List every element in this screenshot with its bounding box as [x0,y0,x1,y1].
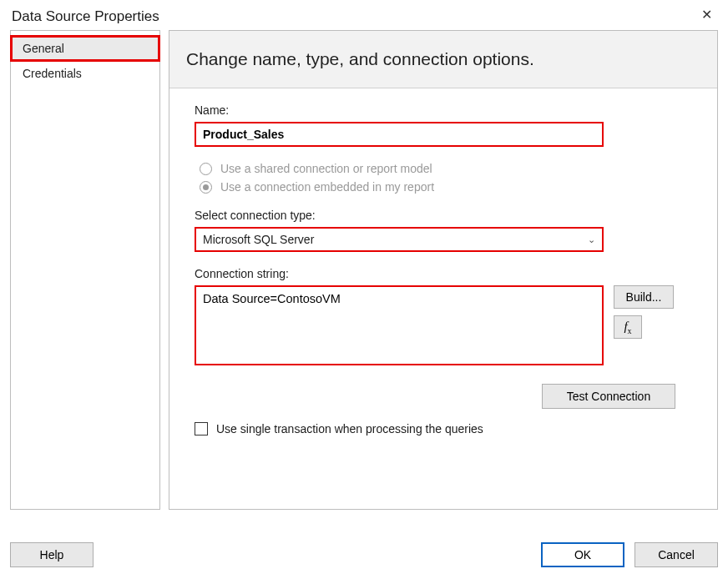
sidebar-item-general[interactable]: General [11,36,159,61]
expression-button[interactable]: fx [614,315,642,339]
sidebar-item-label: Credentials [23,67,82,80]
radio-embedded-connection[interactable]: Use a connection embedded in my report [200,180,699,194]
content-panel: Change name, type, and connection option… [169,30,718,510]
test-connection-row: Test Connection [195,384,675,409]
radio-label: Use a shared connection or report model [220,162,432,175]
ok-button[interactable]: OK [541,542,624,567]
help-button[interactable]: Help [10,542,94,567]
panel-body: Name: Use a shared connection or report … [169,88,717,509]
radio-icon [200,163,212,175]
checkbox-icon [195,422,208,436]
data-source-properties-dialog: Data Source Properties ✕ General Credent… [0,0,728,579]
radio-icon [200,181,212,194]
sidebar-item-credentials[interactable]: Credentials [11,61,159,86]
name-label: Name: [195,103,699,117]
cancel-button[interactable]: Cancel [634,542,718,567]
connection-mode-group: Use a shared connection or report model … [200,162,699,194]
checkbox-label: Use single transaction when processing t… [216,422,483,436]
radio-label: Use a connection embedded in my report [220,180,434,194]
connection-string-row: Build... fx [195,285,699,365]
sidebar: General Credentials [10,30,160,510]
footer-right: OK Cancel [541,542,718,567]
sidebar-item-label: General [23,42,64,55]
titlebar: Data Source Properties ✕ [0,0,728,30]
connection-string-input[interactable] [195,285,604,365]
connection-type-select[interactable]: Microsoft SQL Server ⌄ [195,227,604,252]
name-input[interactable] [195,122,604,147]
build-button[interactable]: Build... [614,285,674,309]
radio-shared-connection[interactable]: Use a shared connection or report model [200,162,699,175]
test-connection-button[interactable]: Test Connection [542,384,675,409]
panel-heading: Change name, type, and connection option… [169,31,717,88]
connection-string-label: Connection string: [195,267,699,280]
connection-type-label: Select connection type: [195,209,699,222]
dialog-footer: Help OK Cancel [10,539,718,571]
close-icon[interactable]: ✕ [696,8,716,22]
chevron-down-icon: ⌄ [588,234,595,245]
connection-string-side-buttons: Build... fx [614,285,674,339]
dialog-title: Data Source Properties [12,8,159,25]
dialog-body: General Credentials Change name, type, a… [0,30,728,510]
single-transaction-checkbox[interactable]: Use single transaction when processing t… [195,422,699,436]
fx-icon: fx [624,320,631,335]
select-value: Microsoft SQL Server [203,233,314,246]
